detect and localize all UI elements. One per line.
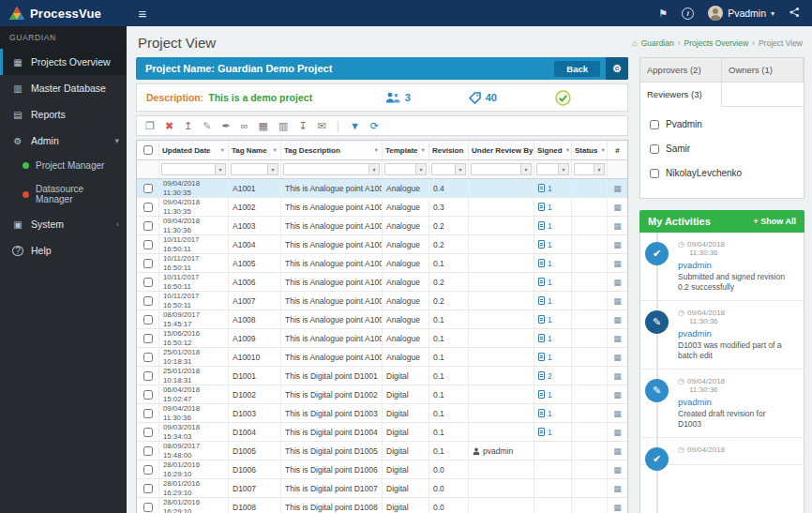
- sidebar-item-reports[interactable]: ▤ Reports: [0, 101, 127, 128]
- row-checkbox[interactable]: [143, 334, 153, 343]
- reviewer-checkbox[interactable]: [650, 169, 659, 178]
- filter-dropdown-icon[interactable]: ▾: [369, 163, 380, 175]
- history-icon[interactable]: ▦: [613, 221, 622, 231]
- column-header-revision[interactable]: Revision▼: [429, 141, 469, 159]
- filter-input-tag-name[interactable]: [231, 163, 268, 175]
- sidebar-item-admin[interactable]: ⚙ Admin ▾: [0, 128, 127, 154]
- tab-reviewers[interactable]: Reviewers (3): [640, 83, 722, 107]
- column-header-tag-description[interactable]: Tag Description▼: [281, 141, 383, 159]
- share-icon[interactable]: [789, 7, 801, 20]
- history-icon[interactable]: ▦: [613, 296, 622, 306]
- signed-document-icon[interactable]: [538, 371, 545, 380]
- table-row[interactable]: 25/01/201810:18:31 D1001 This is Digital…: [137, 367, 627, 385]
- table-row[interactable]: 10/11/201716:50:11 A1005 This is Analogu…: [137, 254, 627, 273]
- tab-owners[interactable]: Owners (1): [722, 58, 804, 83]
- table-row[interactable]: 09/04/201811:30:35 A1001 This is Analogu…: [137, 179, 627, 198]
- breadcrumb-guardian[interactable]: Guardian: [641, 38, 674, 48]
- flag-icon[interactable]: ⚑: [658, 8, 668, 20]
- reviewer-item[interactable]: Pvadmin: [650, 119, 794, 129]
- filter-dropdown-icon[interactable]: ▾: [521, 163, 532, 175]
- row-checkbox[interactable]: [143, 446, 153, 456]
- refresh-icon[interactable]: ⟳: [370, 121, 379, 131]
- send-icon[interactable]: ✉: [318, 121, 326, 131]
- row-checkbox[interactable]: [143, 184, 153, 193]
- row-checkbox[interactable]: [143, 390, 153, 400]
- column-header-template[interactable]: Template▼: [383, 141, 429, 159]
- row-checkbox[interactable]: [143, 428, 153, 437]
- table-row[interactable]: 10/11/201716:50:11 A1007 This is Analogu…: [137, 292, 627, 310]
- activity-user-link[interactable]: pvadmin: [678, 328, 796, 339]
- table-row[interactable]: 10/11/201716:50:11 A1004 This is Analogu…: [137, 235, 627, 254]
- column-header-signed[interactable]: Signed▼: [534, 141, 572, 159]
- filter-input-updated-date[interactable]: [161, 163, 216, 175]
- table-row[interactable]: 08/09/201715:48:00 D1005 This is Digital…: [137, 442, 627, 460]
- signed-document-icon[interactable]: [538, 390, 545, 399]
- signed-document-icon[interactable]: [538, 296, 545, 305]
- sidebar-item-master-database[interactable]: ▥ Master Database: [0, 75, 127, 101]
- row-checkbox[interactable]: [143, 503, 153, 512]
- table-row[interactable]: 06/04/201815:02:47 D1002 This is Digital…: [137, 385, 627, 404]
- column-header-hash[interactable]: #: [608, 141, 627, 159]
- row-checkbox[interactable]: [143, 409, 153, 418]
- upload-icon[interactable]: ↥: [184, 121, 192, 131]
- history-icon[interactable]: ▦: [613, 390, 622, 400]
- history-icon[interactable]: ▦: [613, 353, 622, 362]
- table-row[interactable]: 25/01/201810:18:31 A10010 This is Analog…: [137, 348, 627, 367]
- signed-document-icon[interactable]: [538, 259, 545, 267]
- filter-dropdown-icon[interactable]: ▾: [416, 163, 427, 175]
- new-document-icon[interactable]: ❐: [145, 121, 155, 131]
- history-icon[interactable]: ▦: [613, 503, 622, 512]
- filter-funnel-icon[interactable]: ▼: [600, 147, 605, 153]
- filter-funnel-icon[interactable]: ▼: [565, 147, 570, 153]
- sidebar-item-system[interactable]: ▣ System ‹: [0, 211, 127, 237]
- table-row[interactable]: 10/11/201716:50:11 A1006 This is Analogu…: [137, 273, 627, 292]
- edit-icon[interactable]: ✎: [203, 121, 211, 131]
- info-icon[interactable]: i: [682, 8, 694, 20]
- filter-dropdown-icon[interactable]: ▾: [559, 163, 569, 175]
- signed-document-icon[interactable]: [538, 221, 545, 230]
- table-row[interactable]: 15/06/201616:50:12 A1009 This is Analogu…: [137, 329, 627, 348]
- tab-approvers[interactable]: Approvers (2): [640, 58, 722, 83]
- row-checkbox[interactable]: [143, 371, 153, 381]
- filter-funnel-icon[interactable]: ▼: [273, 147, 278, 153]
- table-row[interactable]: 08/09/201715:45:17 A1008 This is Analogu…: [137, 310, 627, 329]
- row-checkbox[interactable]: [143, 278, 153, 287]
- filter-funnel-icon[interactable]: ▼: [220, 147, 225, 153]
- row-checkbox[interactable]: [143, 296, 153, 306]
- columns-icon[interactable]: ▥: [278, 121, 288, 131]
- filter-dropdown-icon[interactable]: ▾: [594, 163, 605, 175]
- history-icon[interactable]: ▦: [613, 203, 622, 212]
- wrench-icon[interactable]: ⚙: [606, 57, 628, 80]
- signed-document-icon[interactable]: [538, 315, 545, 324]
- history-icon[interactable]: ▦: [613, 428, 622, 437]
- filter-input-under-review-by[interactable]: [471, 163, 521, 175]
- signed-document-icon[interactable]: [538, 278, 545, 286]
- reviewer-checkbox[interactable]: [650, 120, 659, 129]
- sidebar-toggle-icon[interactable]: ≡: [127, 6, 158, 22]
- signed-document-icon[interactable]: [538, 428, 545, 436]
- filter-input-template[interactable]: [384, 163, 416, 175]
- table-row[interactable]: 28/01/201616:29:10 D1008 This is Digital…: [137, 498, 627, 513]
- back-button[interactable]: Back: [554, 61, 600, 77]
- row-checkbox[interactable]: [143, 353, 153, 362]
- reviewer-item[interactable]: NikolayLevchenko: [650, 168, 794, 178]
- select-all-checkbox[interactable]: [143, 145, 153, 155]
- filter-funnel-icon[interactable]: ▼: [421, 147, 426, 153]
- user-menu[interactable]: Pvadmin ▾: [708, 6, 774, 21]
- brand-logo[interactable]: ProcessVue: [0, 7, 127, 21]
- history-icon[interactable]: ▦: [613, 334, 622, 343]
- filter-input-status[interactable]: [574, 163, 594, 175]
- row-checkbox[interactable]: [143, 240, 153, 249]
- export-icon[interactable]: ↧: [298, 121, 307, 131]
- sidebar-item-datasource-manager[interactable]: Datasource Manager: [0, 177, 127, 211]
- table-row[interactable]: 28/01/201616:29:10 D1006 This is Digital…: [137, 460, 627, 479]
- show-all-button[interactable]: + Show All: [754, 217, 796, 226]
- table-row[interactable]: 09/04/201811:30:36 A1003 This is Analogu…: [137, 217, 627, 235]
- signed-document-icon[interactable]: [538, 240, 545, 249]
- signature-icon[interactable]: ✒: [222, 121, 231, 131]
- delete-document-icon[interactable]: ✖: [165, 121, 173, 131]
- signed-document-icon[interactable]: [538, 203, 545, 211]
- filter-input-tag-description[interactable]: [283, 163, 369, 175]
- activity-user-link[interactable]: pvadmin: [678, 397, 796, 407]
- breadcrumb-projects-overview[interactable]: Projects Overview: [684, 38, 749, 48]
